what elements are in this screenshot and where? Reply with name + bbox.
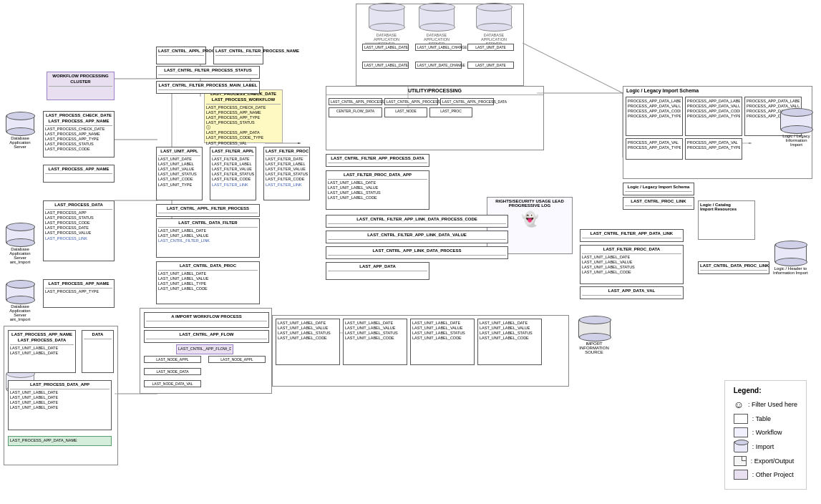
db-bottom-right: IMPORT INFORMATIONSOURCE (573, 319, 616, 354)
right-lower-1: Logic / Legacy Import Schema (623, 183, 694, 195)
legend-import-icon (734, 441, 748, 452)
right-node-5: PROCESS_APP_DATA_VAL PROCESS_APP_DATA_TY… (685, 138, 742, 160)
legend-workflow-icon (734, 427, 748, 437)
right-node-4: PROCESS_APP_DATA_VAL PROCESS_APP_DATA_TY… (626, 138, 683, 160)
right-mid-3: LAST_APP_DATA_VAL (580, 286, 684, 299)
db-left-1: DatabaseApplicationServer (6, 115, 34, 149)
legend-item-table: : Table (734, 414, 797, 424)
center-bottom-node-2: LAST_UNIT_LABEL_DATE LAST_UNIT_LABEL_VAL… (343, 319, 407, 365)
center-workflow-inner: LAST_CNTRL_APPL_PROCESS_DATA LAST_CNTRL_… (326, 96, 543, 107)
top-container: LAST_UNIT_LABEL_DATE LAST_UNIT_LABEL_CHA… (356, 4, 524, 86)
center-bottom-node-3: LAST_UNIT_LABEL_DATE LAST_UNIT_LABEL_VAL… (410, 319, 475, 365)
legend-filter-label: : Filter Used here (748, 401, 797, 408)
col3-bottom-small-1: LAST_NODE_APPL (144, 356, 201, 363)
col3-node-2: LAST_CNTRL_FILTER_PROCESS_NAME (213, 47, 263, 64)
top-inner-node2: LAST_UNIT_LABEL_CHANGE (415, 44, 462, 51)
legend-item-other: : Other Project (734, 470, 797, 480)
legend-export-label: : Export/Output (751, 457, 795, 465)
db-right-2: Logic / Header toInformation Import (773, 243, 808, 275)
center-small-1: LAST_NODE (384, 107, 427, 117)
legend-item-filter: ☺ : Filter Used here (734, 399, 797, 410)
center-mid-3: LAST_CNTRL_FILTER_APP_LINK_DATA_PROCESS_… (326, 215, 508, 228)
col3-node-8: LAST_CNTRL_APPL_FILTER_PROCESS (156, 204, 260, 217)
left-bottom-node-1: LAST_PROCESS_APP_NAMELAST_PROCESS_DATA L… (8, 330, 76, 373)
db-right-1: Logic / LegacyInformationImport (780, 111, 812, 147)
right-node-1: PROCESS_APP_DATA_LABEL PROCESS_APP_DATA_… (626, 97, 683, 136)
left-bottom-node-3: LAST_PROCESS_DATA_APP LAST_UNIT_LABEL_DA… (8, 380, 112, 430)
col3-node-7: LAST_FILTER_PROC LAST_FILTER_DATE LAST_F… (263, 147, 310, 200)
right-far-container: Logic / CatalogImport Resources (698, 200, 755, 240)
center-purple-1: CENTER_FLOW_DATA (329, 107, 382, 117)
col3-bottom-purple: LAST_CNTRL_APP_FLOW_DATA (176, 344, 233, 354)
col3-node-1: LAST_CNTRL_APPL_PROCESS (156, 47, 206, 64)
col3-bottom-small-2: LAST_NODE_APPL (208, 356, 266, 363)
col3-node-6: LAST_FILTER_APPL LAST_FILTER_DATE LAST_F… (210, 147, 256, 200)
col3-node-4: LAST_CNTRL_FILTER_PROCESS_MAIN_LABEL (156, 81, 260, 94)
center-mid-1: LAST_CNTRL_FILTER_APP_PROCESS_DATA (326, 154, 429, 167)
right-lower-2: LAST_CNTRL_PROC_LINK (623, 197, 694, 210)
legend-export-icon (734, 456, 747, 466)
left-node-2: LAST_PROCESS_APP_NAME (43, 165, 115, 183)
center-bottom-container: LAST_UNIT_LABEL_DATE LAST_UNIT_LABEL_VAL… (272, 315, 569, 387)
legend-table-label: : Table (752, 415, 771, 422)
legend-other-label: : Other Project (752, 471, 794, 478)
center-mid-5: LAST_CNTRL_APP_LINK_DATA_PROCESS (326, 246, 508, 259)
col3-bottom-small-3: LAST_NODE_DATA (144, 368, 201, 375)
left-node-1: LAST_PROCESS_CHECK_DATELAST_PROCESS_APP_… (43, 111, 115, 158)
legend-item-workflow: : Workflow (734, 427, 797, 437)
col3-bottom-node-1: A IMPORT WORKFLOW PROCESS (144, 312, 269, 328)
legend-item-import: : Import (734, 441, 797, 452)
legend-import-label: : Import (752, 443, 774, 450)
top-inner-node3: LAST_UNIT_DATE (467, 44, 514, 51)
diagram-area: DATABASE APPLICATIONSERVER DATABASE APPL… (0, 0, 821, 504)
center-yellow-node: LAST_PROCESS_CHECK_DATELAST_PROCESS_WORK… (204, 89, 283, 143)
center-node-3: LAST_CNTRL_APPL_PROCESS_DATA (440, 98, 494, 105)
col3-node-5: LAST_UNIT_APPL LAST_UNIT_DATE LAST_UNIT_… (156, 147, 203, 200)
right-node-2: PROCESS_APP_DATA_LABEL PROCESS_APP_DATA_… (685, 97, 742, 136)
center-node-1: LAST_CNTRL_APPL_PROCESS_DATA (329, 98, 382, 105)
top-inner-node1: LAST_UNIT_LABEL_DATE (362, 44, 409, 51)
left-bottom-container: LAST_PROCESS_APP_NAMELAST_PROCESS_DATA L… (4, 326, 118, 465)
center-bottom-node-1: LAST_UNIT_LABEL_DATE LAST_UNIT_LABEL_VAL… (276, 319, 340, 365)
db-left-3: DatabaseApplicationServerant_Import (6, 283, 34, 321)
center-workflow-row2: CENTER_FLOW_DATA LAST_NODE LAST_PROC (326, 107, 543, 117)
left-purple-node: WORKFLOW PROCESSINGCLUSTER (47, 72, 115, 100)
col3-bottom-node-2: LAST_CNTRL_APP_FLOW (144, 330, 269, 343)
legend: Legend: ☺ : Filter Used here : Table : W… (724, 380, 807, 490)
top-inner-node4: LAST_UNIT_LABEL_DATE (362, 62, 409, 69)
right-mid-1: LAST_CNTRL_FILTER_APP_DATA_LINK (580, 229, 684, 242)
legend-workflow-label: : Workflow (752, 429, 782, 436)
col3-node-9: LAST_CNTRL_DATA_FILTER LAST_UNIT_LABEL_D… (156, 218, 260, 258)
center-bottom-node-4: LAST_UNIT_LABEL_DATE LAST_UNIT_LABEL_VAL… (477, 319, 542, 365)
top-inner-node6: LAST_UNIT_DATE (467, 62, 514, 69)
col3-bottom-small-4: LAST_NODE_DATA_VAL (144, 380, 201, 387)
col3-node-3: LAST_CNTRL_FILTER_PROCESS_STATUS (156, 66, 260, 79)
left-node-3: LAST_PROCESS_DATA LAST_PROCESS_APP LAST_… (43, 200, 115, 261)
db-left-2: DatabaseApplicationServerant_Import (6, 226, 34, 264)
col3-node-10: LAST_CNTRL_DATA_PROC LAST_UNIT_LABEL_DAT… (156, 261, 260, 304)
center-mid-4: LAST_CNTRL_FILTER_APP_LINK_DATA_VALUE (326, 231, 508, 243)
center-node-2: LAST_CNTRL_APPL_PROCESS_DATA (384, 98, 438, 105)
center-small-2: LAST_PROC (429, 107, 472, 117)
center-bottom-inner: LAST_UNIT_LABEL_DATE LAST_UNIT_LABEL_VAL… (273, 316, 568, 368)
legend-item-export: : Export/Output (734, 456, 797, 466)
left-node-4: LAST_PROCESS_APP_NAME LAST_PROCESS_APP_T… (43, 279, 115, 308)
center-mid-2: LAST_FILTER_PROC_DATA_APP LAST_UNIT_LABE… (326, 170, 429, 210)
top-inner-node5: LAST_UNIT_DATE_CHANGE (415, 62, 462, 69)
center-workflow-container: UTILITY/PROCESSING LAST_CNTRL_APPL_PROCE… (326, 86, 544, 150)
legend-title: Legend: (734, 387, 797, 394)
right-far-node-1: LAST_CNTRL_DATA_PROC_LINK (698, 261, 769, 274)
left-bottom-node-2: DATA (82, 330, 114, 373)
legend-other-icon (734, 470, 748, 480)
col3-bottom-container: A IMPORT WORKFLOW PROCESS LAST_CNTRL_APP… (140, 308, 272, 394)
legend-table-icon (734, 414, 748, 424)
legend-ghost-icon: ☺ (734, 399, 744, 410)
center-mid-6: LAST_APP_DATA (326, 262, 429, 280)
left-bottom-green: LAST_PROCESS_APP_DATA_NAME (8, 436, 112, 446)
right-mid-2: LAST_FILTER_PROC_DATA LAST_UNIT_LABEL_DA… (580, 245, 684, 284)
